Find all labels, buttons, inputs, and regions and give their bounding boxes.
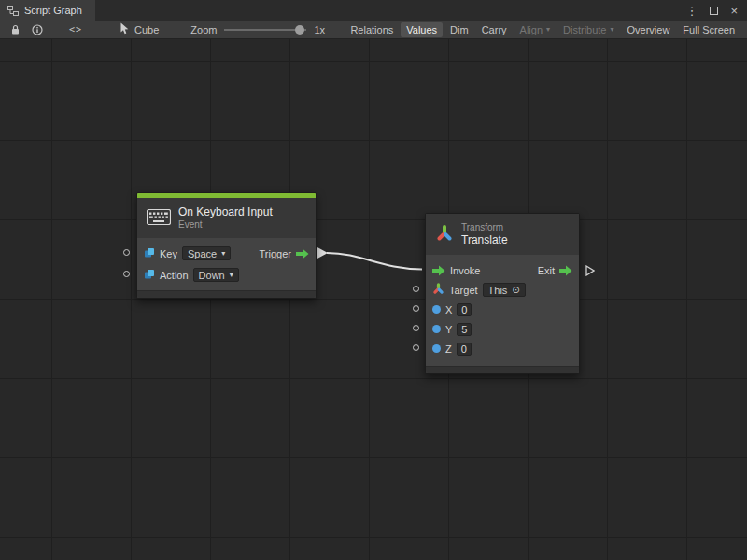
key-label: Key <box>160 248 177 259</box>
tab-script-graph[interactable]: Script Graph <box>0 0 95 21</box>
close-icon[interactable]: × <box>730 5 738 17</box>
fullscreen-button[interactable]: Full Screen <box>677 22 740 37</box>
zoom-slider-handle[interactable] <box>295 25 304 35</box>
key-dropdown[interactable]: Space ▾ <box>182 246 231 260</box>
graph-target[interactable]: Cube <box>120 22 159 36</box>
target-input-port[interactable] <box>413 286 419 292</box>
x-row: X 0 <box>426 300 579 319</box>
x-input[interactable]: 0 <box>457 303 472 316</box>
connection-arrow-icon <box>317 247 328 259</box>
y-row: Y 5 <box>426 319 579 339</box>
z-input[interactable]: 0 <box>457 343 472 356</box>
z-input-port[interactable] <box>413 344 419 351</box>
info-icon[interactable] <box>32 24 43 35</box>
code-view-icon[interactable]: <> <box>69 24 82 35</box>
zoom-slider-track <box>224 29 306 31</box>
action-input-port[interactable] <box>123 271 130 277</box>
graph-canvas[interactable]: On Keyboard Input Event Key Space ▾ Tri <box>0 39 747 560</box>
invoke-input-port[interactable] <box>432 265 445 276</box>
y-input-port[interactable] <box>413 325 419 331</box>
node-title: Translate <box>461 234 508 246</box>
node-category: Transform <box>461 222 508 233</box>
carry-button[interactable]: Carry <box>476 22 513 37</box>
target-row: Target This ⊙ <box>426 280 579 300</box>
tab-title: Script Graph <box>24 5 82 16</box>
zoom-label: Zoom <box>190 24 217 35</box>
key-input-port[interactable] <box>123 249 130 256</box>
connection-trigger-to-invoke[interactable] <box>0 39 747 560</box>
chevron-down-icon: ▾ <box>546 26 550 34</box>
zoom-value: 1x <box>314 24 325 35</box>
graph-icon <box>7 5 19 16</box>
target-label: Target <box>449 285 478 296</box>
chevron-down-icon: ▾ <box>221 250 225 258</box>
variable-icon <box>144 269 155 282</box>
node-footer <box>137 290 316 298</box>
keyboard-icon <box>147 209 171 227</box>
maximize-icon[interactable] <box>710 7 718 15</box>
exit-flow-hint-icon[interactable] <box>585 265 595 276</box>
target-object-label: Cube <box>134 24 159 35</box>
node-subtitle: Event <box>178 219 273 231</box>
values-button[interactable]: Values <box>401 22 443 37</box>
exit-output-port[interactable] <box>559 265 572 276</box>
node-header[interactable]: Transform Translate <box>426 214 579 255</box>
graph-toolbar: <> Cube Zoom 1x Relations Values Dim Car… <box>0 21 747 39</box>
action-label: Action <box>160 270 189 281</box>
exit-label: Exit <box>538 265 555 276</box>
key-row: Key Space ▾ Trigger <box>137 244 316 263</box>
target-value-button[interactable]: This ⊙ <box>483 283 526 297</box>
lock-icon[interactable] <box>10 24 21 35</box>
cursor-icon <box>120 22 130 36</box>
target-picker-icon: ⊙ <box>512 285 519 295</box>
titlebar: Script Graph ⋮ × <box>0 0 747 21</box>
chevron-down-icon: ▾ <box>230 272 233 279</box>
distribute-button[interactable]: Distribute▾ <box>557 22 619 37</box>
node-title: On Keyboard Input <box>178 206 273 218</box>
action-row: Action Down ▾ <box>137 265 316 285</box>
node-translate[interactable]: Transform Translate Invoke Exit <box>425 213 580 374</box>
trigger-output-port[interactable] <box>296 248 309 259</box>
transform-icon <box>435 224 454 245</box>
align-button[interactable]: Align▾ <box>514 22 556 37</box>
zoom-slider[interactable] <box>224 25 306 35</box>
z-row: Z 0 <box>426 339 579 358</box>
x-input-port[interactable] <box>413 305 419 312</box>
relations-button[interactable]: Relations <box>345 22 399 37</box>
x-value-dot-icon <box>432 305 441 314</box>
invoke-label: Invoke <box>450 265 480 276</box>
chevron-down-icon: ▾ <box>611 26 614 34</box>
dim-button[interactable]: Dim <box>444 22 474 37</box>
y-label: Y <box>445 324 452 335</box>
y-input[interactable]: 5 <box>457 323 472 336</box>
action-dropdown[interactable]: Down ▾ <box>193 268 239 282</box>
invoke-row: Invoke Exit <box>426 260 579 280</box>
z-value-dot-icon <box>432 344 441 353</box>
window-menu-icon[interactable]: ⋮ <box>685 5 698 17</box>
x-label: X <box>445 304 452 315</box>
overview-button[interactable]: Overview <box>622 22 676 37</box>
variable-icon <box>144 247 155 260</box>
z-label: Z <box>445 343 452 355</box>
transform-small-icon <box>432 283 444 297</box>
node-header[interactable]: On Keyboard Input Event <box>137 198 316 238</box>
y-value-dot-icon <box>432 325 441 333</box>
node-on-keyboard-input[interactable]: On Keyboard Input Event Key Space ▾ Tri <box>136 192 317 299</box>
trigger-label: Trigger <box>260 248 291 259</box>
zoom-control: Zoom 1x <box>190 24 325 35</box>
node-footer <box>426 366 579 373</box>
